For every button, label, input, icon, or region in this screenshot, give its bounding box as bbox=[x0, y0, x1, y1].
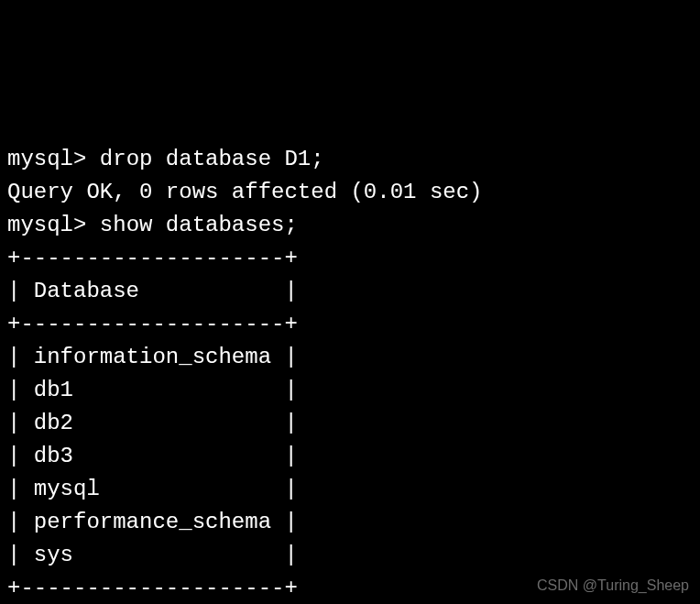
table-row: | performance_schema | bbox=[7, 506, 693, 539]
mysql-prompt: mysql> bbox=[7, 213, 100, 237]
command-line-2: mysql> show databases; bbox=[7, 209, 693, 242]
table-border-top: +--------------------+ bbox=[7, 242, 693, 275]
table-row: | information_schema | bbox=[7, 341, 693, 374]
table-border-mid: +--------------------+ bbox=[7, 308, 693, 341]
terminal-output[interactable]: mysql> drop database D1;Query OK, 0 rows… bbox=[7, 143, 693, 604]
mysql-prompt: mysql> bbox=[7, 147, 100, 171]
command-text: show databases; bbox=[100, 213, 298, 237]
query-result-line: Query OK, 0 rows affected (0.01 sec) bbox=[7, 176, 693, 209]
table-row: | db2 | bbox=[7, 407, 693, 440]
command-line-1: mysql> drop database D1; bbox=[7, 143, 693, 176]
command-text: drop database D1; bbox=[100, 147, 324, 171]
table-header-row: | Database | bbox=[7, 275, 693, 308]
table-row: | mysql | bbox=[7, 473, 693, 506]
table-row: | db1 | bbox=[7, 374, 693, 407]
table-row: | sys | bbox=[7, 539, 693, 572]
table-row: | db3 | bbox=[7, 440, 693, 473]
watermark-text: CSDN @Turing_Sheep bbox=[537, 575, 689, 597]
